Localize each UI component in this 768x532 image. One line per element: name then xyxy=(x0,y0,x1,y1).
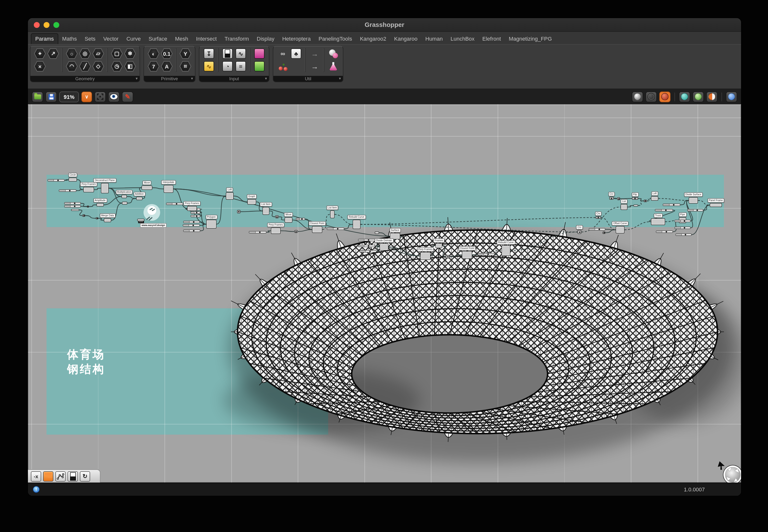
palette-dropdown-icon[interactable]: ▾ xyxy=(191,76,193,81)
tab-display[interactable]: Display xyxy=(253,34,278,44)
graph-node[interactable] xyxy=(122,202,127,205)
number-slider[interactable] xyxy=(64,205,81,208)
number-slider[interactable] xyxy=(249,231,267,233)
plane-icon[interactable]: ▱ xyxy=(92,48,104,59)
graph-node[interactable]: Offset Curve xyxy=(616,226,625,233)
graph-node[interactable]: Loft xyxy=(651,196,658,201)
gradient-icon[interactable] xyxy=(253,61,266,72)
relay-icon[interactable]: → xyxy=(309,48,321,59)
number-slider[interactable] xyxy=(655,209,673,211)
graph-node[interactable] xyxy=(633,205,638,207)
graph-node[interactable]: Closest Point xyxy=(312,226,322,233)
tab-intersect[interactable]: Intersect xyxy=(192,34,221,44)
graph-node[interactable]: Frames xyxy=(435,243,442,248)
palette-dropdown-icon[interactable]: ▾ xyxy=(136,76,138,81)
spiral-icon[interactable]: ◎ xyxy=(79,48,91,59)
graph-node[interactable]: Panel Frame xyxy=(710,203,722,207)
number-slider[interactable] xyxy=(59,189,76,192)
preview-shaded-button[interactable] xyxy=(659,91,671,102)
number-slider[interactable] xyxy=(64,202,81,205)
graph-node[interactable]: Merge Data xyxy=(104,218,111,222)
graph-node[interactable]: Rebuild Curve xyxy=(353,220,361,229)
polyline-widget[interactable] xyxy=(55,471,66,481)
preview-eye-button[interactable] xyxy=(108,91,119,102)
tab-lunchbox[interactable]: LunchBox xyxy=(447,34,478,44)
graph-node[interactable]: List Item xyxy=(263,207,269,215)
graph-node[interactable]: Interpolate xyxy=(163,185,173,193)
graph-node[interactable] xyxy=(71,209,79,211)
number-slider[interactable] xyxy=(190,215,200,217)
number-slider[interactable] xyxy=(675,227,691,229)
number-slider[interactable] xyxy=(687,209,703,211)
graph-node[interactable]: Crv xyxy=(609,197,614,200)
graph-mapper-icon[interactable]: ∿ xyxy=(235,48,247,59)
canvas-navigation-sphere[interactable] xyxy=(715,461,741,483)
zoom-level-display[interactable]: 91% xyxy=(59,91,79,102)
graph-node[interactable]: Rebuild Curve xyxy=(501,245,510,256)
graph-node[interactable]: Move xyxy=(285,217,292,223)
traffic-light-minimize[interactable] xyxy=(44,22,49,28)
traffic-light-zoom[interactable] xyxy=(53,22,59,28)
graph-node[interactable]: Crv xyxy=(596,216,601,219)
graph-node[interactable]: Polygon xyxy=(206,220,217,229)
galapagos-icon[interactable] xyxy=(327,48,339,59)
graph-node[interactable]: Perp Frames xyxy=(187,206,197,211)
path-icon[interactable]: Y xyxy=(179,48,191,59)
cluster-x-icon[interactable]: × xyxy=(34,61,46,72)
tab-vector[interactable]: Vector xyxy=(99,34,122,44)
graph-node[interactable]: Move xyxy=(141,185,152,190)
number-slider[interactable] xyxy=(676,233,692,236)
number-slider[interactable] xyxy=(47,179,65,182)
tab-sets[interactable]: Sets xyxy=(81,34,99,44)
graph-node[interactable]: Multiplication xyxy=(121,195,127,198)
tab-kangaroo[interactable]: Kangaroo xyxy=(390,34,421,44)
sketch-tool-button[interactable]: ✎ xyxy=(122,91,133,102)
number-slider[interactable] xyxy=(656,231,673,233)
cherry-picker-icon[interactable] xyxy=(277,61,289,72)
definition-canvas[interactable]: 体育场 钢结构 CirclePerp FramesDeconstruct Pla… xyxy=(28,104,741,483)
expression-widget[interactable]: -x xyxy=(31,471,41,481)
arc-icon[interactable]: ◠ xyxy=(66,61,78,72)
spectacles-icon[interactable]: ∞ xyxy=(277,48,289,59)
palette-dropdown-icon[interactable]: ▾ xyxy=(265,76,267,81)
traffic-light-close[interactable] xyxy=(34,22,40,28)
number-slider[interactable] xyxy=(183,221,200,223)
tab-transform[interactable]: Transform xyxy=(221,34,253,44)
zoom-dropdown-button[interactable]: ∨ xyxy=(81,91,92,102)
graph-node[interactable]: List xyxy=(621,204,628,210)
graph-node[interactable]: Closest Point xyxy=(462,251,472,259)
selected-preview-button[interactable] xyxy=(679,91,690,102)
graph-node[interactable]: Loft xyxy=(226,192,234,200)
graph-node[interactable]: Perp Frames xyxy=(420,252,430,260)
palette-dropdown-icon[interactable]: ▾ xyxy=(339,76,341,81)
vector-icon[interactable]: ↗ xyxy=(47,48,59,59)
graph-node[interactable] xyxy=(87,206,89,208)
integer-icon[interactable]: 7 xyxy=(147,61,160,72)
mesh-face-icon[interactable]: ⌗ xyxy=(179,61,191,72)
graph-node[interactable]: Graph xyxy=(247,199,256,205)
text-icon[interactable]: A xyxy=(161,61,173,72)
graph-node[interactable]: Divide Domain xyxy=(380,243,388,251)
box-icon[interactable]: ▢ xyxy=(111,48,123,59)
title-bar[interactable]: Grasshopper xyxy=(28,18,741,31)
tab-magnetizing_fpg[interactable]: Magnetizing_FPG xyxy=(505,34,556,44)
number-slider[interactable] xyxy=(183,230,200,232)
graph-node[interactable] xyxy=(294,230,298,233)
number-slider[interactable] xyxy=(166,203,183,205)
alert-icon[interactable]: ! xyxy=(33,486,40,493)
cone-icon[interactable]: ◷ xyxy=(111,61,123,72)
tab-mesh[interactable]: Mesh xyxy=(171,34,192,44)
tab-human[interactable]: Human xyxy=(421,34,447,44)
knob-icon[interactable]: ◔ xyxy=(222,61,234,72)
preview-gumball-button[interactable] xyxy=(632,91,643,102)
boolean-icon[interactable]: ◐ xyxy=(147,48,160,59)
number-slider[interactable] xyxy=(296,218,305,220)
tab-params[interactable]: Params xyxy=(31,33,58,44)
number-slider[interactable] xyxy=(190,211,200,214)
number-slider[interactable] xyxy=(477,253,495,255)
tab-kangaroo2[interactable]: Kangaroo2 xyxy=(356,34,390,44)
graph-node[interactable]: Flip xyxy=(632,197,638,200)
tab-surface[interactable]: Surface xyxy=(145,34,171,44)
toggle-icon[interactable] xyxy=(222,48,234,59)
number-slider[interactable] xyxy=(663,204,680,206)
